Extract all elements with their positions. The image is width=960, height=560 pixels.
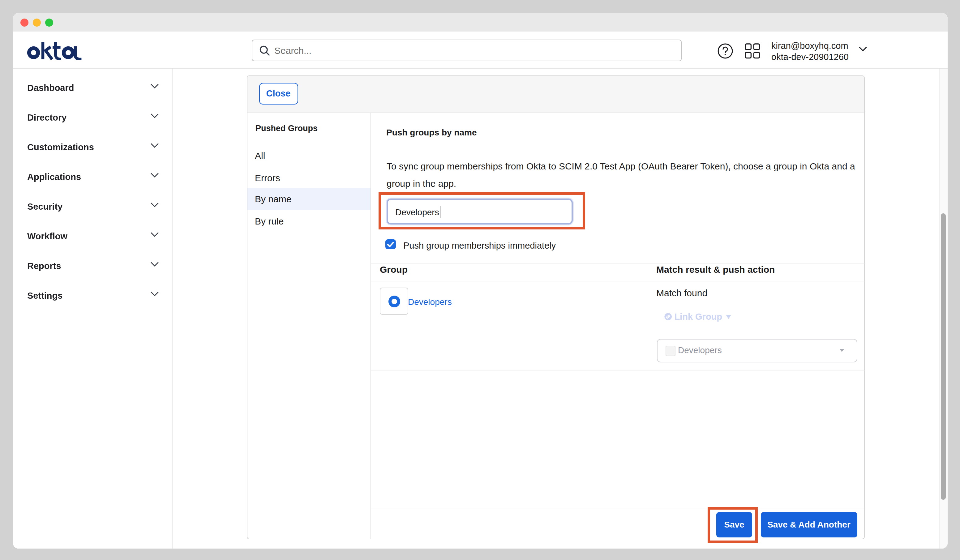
svg-text:Link Group: Link Group xyxy=(674,311,722,321)
